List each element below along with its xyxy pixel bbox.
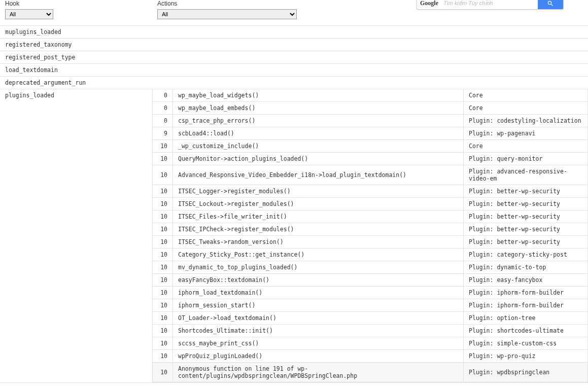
action-row: 10Advanced_Responsive_Video_Embedder_i18… [153,165,588,185]
action-row: 10easyFancyBox::textdomain()Plugin: easy… [153,274,588,287]
action-row: 10wpProQuiz_pluginLoaded()Plugin: wp-pro… [153,350,588,363]
action-callback: QueryMonitor->action_plugins_loaded() [173,153,464,165]
action-priority: 10 [153,153,173,165]
action-callback: _wp_customize_include() [173,140,464,153]
hook-row: deprecated_argument_run [0,77,588,89]
action-row: 10mv_dynamic_to_top_plugins_loaded()Plug… [153,261,588,274]
action-source: Plugin: easy-fancybox [464,274,588,287]
action-priority: 10 [153,299,173,312]
action-row: 10ITSEC_Lockout->register_modules()Plugi… [153,198,588,210]
action-priority: 0 [153,115,173,127]
action-row: 10ITSEC_IPCheck->register_modules()Plugi… [153,223,588,236]
action-priority: 10 [153,312,173,325]
action-row: 10_wp_customize_include()Core [153,140,588,153]
hook-details [152,26,588,38]
hook-row: load_textdomain [0,64,588,77]
action-row: 10Shortcodes_Ultimate::init()Plugin: sho… [153,325,588,337]
action-row: 10iphorm_session_start()Plugin: iphorm-f… [153,299,588,312]
hook-name: muplugins_loaded [0,26,152,38]
google-custom-search[interactable]: Google Tìm kiếm Tùy chỉnh [417,0,564,10]
action-priority: 10 [153,198,173,210]
action-source: Plugin: shortcodes-ultimate [464,325,588,337]
action-row: 10Category_Sticky_Post::get_instance()Pl… [153,249,588,261]
action-row: 0wp_maybe_load_widgets()Core [153,89,588,102]
hook-filter-select[interactable]: All [5,9,53,19]
actions-filter-select[interactable]: All [157,9,297,19]
search-placeholder: Tìm kiếm Tùy chỉnh [443,0,493,7]
action-source: Plugin: better-wp-security [464,210,588,223]
action-callback: OT_Loader->load_textdomain() [173,312,464,325]
action-priority: 10 [153,350,173,363]
hook-name: deprecated_argument_run [0,77,152,89]
search-button[interactable] [538,0,563,9]
action-callback: sccss_maybe_print_css() [173,337,464,350]
action-priority: 10 [153,236,173,249]
action-callback: Anonymous function on line 191 of wp-con… [173,363,464,382]
action-callback: iphorm_session_start() [173,299,464,312]
action-priority: 10 [153,363,173,382]
action-callback: easyFancyBox::textdomain() [173,274,464,287]
action-source: Plugin: codestyling-localization [464,115,588,127]
action-callback: csp_trace_php_errors() [173,115,464,127]
action-callback: wp_maybe_load_embeds() [173,102,464,115]
action-row: 9scbLoad4::load()Plugin: wp-pagenavi [153,127,588,140]
action-priority: 9 [153,127,173,140]
action-priority: 0 [153,89,173,102]
action-source: Plugin: better-wp-security [464,185,588,198]
action-callback: wpProQuiz_pluginLoaded() [173,350,464,363]
hook-name: load_textdomain [0,64,152,76]
action-row: 10OT_Loader->load_textdomain()Plugin: op… [153,312,588,325]
action-callback: wp_maybe_load_widgets() [173,89,464,102]
action-row: 10iphorm_load_textdomain()Plugin: iphorm… [153,287,588,299]
action-priority: 10 [153,337,173,350]
hook-details [152,51,588,63]
hook-details: 0wp_maybe_load_widgets()Core0wp_maybe_lo… [152,89,588,382]
action-source: Plugin: dynamic-to-top [464,261,588,274]
action-priority: 10 [153,165,173,185]
action-source: Plugin: query-monitor [464,153,588,165]
search-icon [547,0,554,7]
action-priority: 10 [153,261,173,274]
action-callback: Category_Sticky_Post::get_instance() [173,249,464,261]
action-source: Plugin: better-wp-security [464,198,588,210]
action-callback: ITSEC_IPCheck->register_modules() [173,223,464,236]
action-source: Plugin: advanced-responsive-video-em [464,165,588,185]
action-callback: iphorm_load_textdomain() [173,287,464,299]
action-row: 10sccss_maybe_print_css()Plugin: simple-… [153,337,588,350]
hook-row: registered_taxonomy [0,39,588,51]
hook-details [152,64,588,76]
action-row: 10ITSEC_Logger->register_modules()Plugin… [153,185,588,198]
action-source: Plugin: category-sticky-post [464,249,588,261]
action-source: Plugin: iphorm-form-builder [464,299,588,312]
action-callback: ITSEC_Lockout->register_modules() [173,198,464,210]
hook-details [152,77,588,89]
action-source: Plugin: option-tree [464,312,588,325]
hook-row: plugins_loaded0wp_maybe_load_widgets()Co… [0,89,588,383]
google-logo: Google [420,0,438,7]
action-source: Plugin: simple-custom-css [464,337,588,350]
action-source: Plugin: wp-pro-quiz [464,350,588,363]
hook-details [152,39,588,51]
action-source: Plugin: better-wp-security [464,236,588,249]
action-source: Plugin: iphorm-form-builder [464,287,588,299]
hook-row: muplugins_loaded [0,26,588,39]
hook-filter-label: Hook [5,0,147,7]
hook-row: registered_post_type [0,51,588,64]
action-priority: 10 [153,287,173,299]
action-callback: Advanced_Responsive_Video_Embedder_i18n-… [173,165,464,185]
actions-table: 0wp_maybe_load_widgets()Core0wp_maybe_lo… [152,89,588,382]
search-input[interactable]: Google Tìm kiếm Tùy chỉnh [417,0,538,9]
action-callback: ITSEC_Files->file_writer_init() [173,210,464,223]
hook-name: registered_post_type [0,51,152,63]
action-priority: 10 [153,140,173,153]
action-priority: 10 [153,185,173,198]
action-callback: ITSEC_Tweaks->random_version() [173,236,464,249]
action-source: Plugin: wpdbspringclean [464,363,588,382]
action-row: 10ITSEC_Files->file_writer_init()Plugin:… [153,210,588,223]
action-source: Core [464,140,588,153]
action-row: 10Anonymous function on line 191 of wp-c… [153,363,588,382]
action-row: 10ITSEC_Tweaks->random_version()Plugin: … [153,236,588,249]
action-source: Plugin: better-wp-security [464,223,588,236]
hook-name: registered_taxonomy [0,39,152,51]
action-callback: ITSEC_Logger->register_modules() [173,185,464,198]
